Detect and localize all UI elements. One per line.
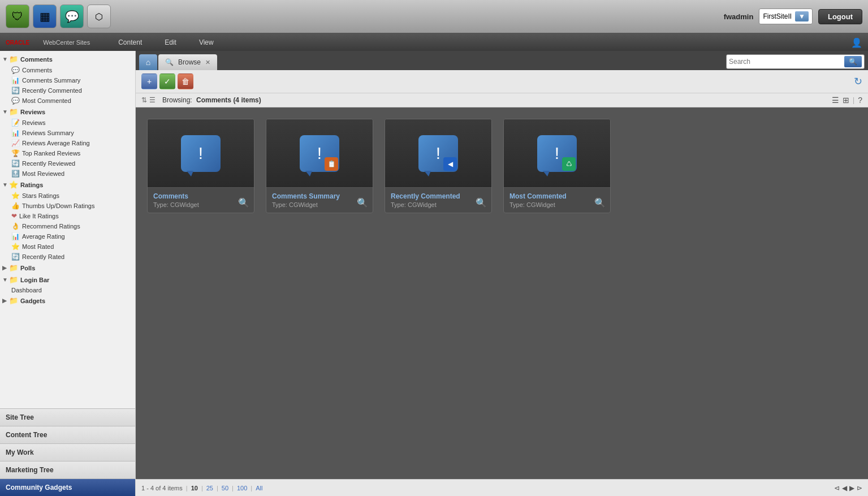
- recently-commented-widget-icon: ! ◀: [418, 135, 458, 172]
- approve-button[interactable]: ✓: [159, 74, 175, 89]
- sidebar-item-top-ranked-label: Top Ranked Reviews: [22, 150, 80, 157]
- menu-view[interactable]: View: [193, 36, 219, 49]
- menu-edit[interactable]: Edit: [159, 36, 182, 49]
- widget-most-commented-search-icon[interactable]: 🔍: [594, 197, 606, 208]
- sidebar-item-most-reviewed[interactable]: 🔝 Most Reviewed: [9, 169, 135, 179]
- footer-page-size-25[interactable]: 25: [206, 485, 213, 491]
- marketing-tree-panel[interactable]: Marketing Tree: [0, 461, 135, 478]
- sidebar-item-comments-summary[interactable]: 📊 Comments Summary: [9, 75, 135, 85]
- site-dropdown-arrow[interactable]: ▼: [795, 11, 809, 21]
- comments-widget-icon: !: [181, 135, 221, 172]
- widget-comments-summary-search-icon[interactable]: 🔍: [357, 197, 368, 208]
- reviews-icon: 📝: [11, 119, 20, 127]
- sidebar-item-like-ratings-label: Like It Ratings: [19, 213, 59, 219]
- browse-tab-close[interactable]: ✕: [205, 59, 210, 66]
- widget-card-comments-summary[interactable]: ! 📋 🔍 Comments Summary Type: CGWidget: [266, 119, 373, 213]
- collapse-comments-icon: ▼: [2, 56, 8, 62]
- my-work-panel[interactable]: My Work: [0, 443, 135, 461]
- login-children: Dashboard: [0, 286, 135, 295]
- content-tree-panel[interactable]: Content Tree: [0, 426, 135, 443]
- sidebar-item-most-rated[interactable]: ⭐ Most Rated: [9, 241, 135, 252]
- sidebar-group-gadgets[interactable]: ▶ 📁 Gadgets: [0, 295, 135, 307]
- browse-tab[interactable]: 🔍 Browse ✕: [158, 54, 217, 70]
- footer-page-size-100[interactable]: 100: [237, 485, 247, 491]
- sidebar-item-stars-ratings[interactable]: ⭐ Stars Ratings: [9, 191, 135, 201]
- sidebar-item-recently-commented[interactable]: 🔄 Recently Commented: [9, 85, 135, 96]
- widget-comments-search-icon[interactable]: 🔍: [238, 197, 249, 208]
- sidebar-item-reviews-summary-label: Reviews Summary: [22, 130, 74, 136]
- footer-first-page[interactable]: ⊲: [834, 484, 840, 492]
- sidebar-group-comments[interactable]: ▼ 📁 Comments: [0, 53, 135, 65]
- community-gadgets-panel[interactable]: Community Gadgets: [0, 478, 135, 496]
- footer-prev-page[interactable]: ◀: [842, 484, 847, 492]
- grid-view-button[interactable]: ⊞: [843, 96, 849, 105]
- widget-card-recently-commented-img: ! ◀: [385, 119, 491, 187]
- menu-bar: ORACLE WebCenter Sites Content Edit View…: [0, 34, 868, 51]
- site-tree-panel[interactable]: Site Tree: [0, 408, 135, 426]
- browse-filter-icon[interactable]: ☰: [149, 96, 156, 104]
- sidebar-item-reviews[interactable]: 📝 Reviews: [9, 118, 135, 128]
- footer-last-page[interactable]: ⊳: [857, 484, 862, 492]
- footer-next-page[interactable]: ▶: [849, 484, 854, 492]
- sidebar-group-polls[interactable]: ▶ 📁 Polls: [0, 262, 135, 274]
- toolbar-right: fwadmin FirstSiteII ▼ Logout: [724, 8, 862, 24]
- sidebar-group-reviews[interactable]: ▼ 📁 Reviews: [0, 106, 135, 118]
- widget-card-recently-commented[interactable]: ! ◀ 🔍 Recently Commented Type: CGWidget: [385, 119, 492, 213]
- help-button[interactable]: ?: [858, 96, 862, 105]
- widget-comments-name: Comments: [153, 192, 248, 200]
- menu-content[interactable]: Content: [113, 36, 148, 49]
- footer-page-size-10[interactable]: 10: [191, 485, 198, 491]
- site-selector[interactable]: FirstSiteII ▼: [759, 8, 813, 24]
- sidebar-group-comments-label: Comments: [20, 56, 53, 63]
- browse-tab-label: Browse: [178, 58, 201, 66]
- sidebar-item-top-ranked[interactable]: 🏆 Top Ranked Reviews: [9, 148, 135, 158]
- user-avatar-icon: 👤: [851, 38, 862, 48]
- dots-icon[interactable]: ⬡: [87, 5, 111, 28]
- home-tab[interactable]: ⌂: [139, 54, 157, 70]
- sidebar-item-reviews-summary[interactable]: 📊 Reviews Summary: [9, 128, 135, 138]
- footer-sep3: |: [217, 485, 218, 491]
- widget-card-most-commented[interactable]: ! ♺ 🔍 Most Commented Type: CGWidget: [503, 119, 611, 213]
- chat-icon[interactable]: 💬: [60, 5, 84, 28]
- sidebar-item-comments-label: Comments: [22, 67, 52, 74]
- site-value: FirstSiteII: [763, 12, 792, 20]
- reviews-children: 📝 Reviews 📊 Reviews Summary 📈 Reviews Av…: [0, 118, 135, 179]
- sidebar-item-recently-rated[interactable]: 🔄 Recently Rated: [9, 252, 135, 262]
- sidebar-item-reviews-avg-rating[interactable]: 📈 Reviews Average Rating: [9, 138, 135, 148]
- grid-icon[interactable]: ▦: [33, 5, 57, 28]
- sidebar-group-ratings[interactable]: ▼ ⭐ Ratings: [0, 179, 135, 191]
- sidebar-item-like-ratings[interactable]: ❤ Like It Ratings: [9, 211, 135, 221]
- menu-right: 👤: [851, 37, 862, 48]
- footer-page-size-all[interactable]: All: [256, 485, 262, 491]
- sidebar-item-thumbs-ratings[interactable]: 👍 Thumbs Up/Down Ratings: [9, 201, 135, 211]
- logout-button[interactable]: Logout: [818, 9, 862, 24]
- widget-card-comments[interactable]: ! 🔍 Comments Type: CGWidget: [147, 119, 254, 213]
- oracle-logo: ORACLE: [6, 40, 29, 46]
- delete-button[interactable]: 🗑: [178, 74, 193, 89]
- sidebar-group-gadgets-label: Gadgets: [20, 297, 45, 304]
- view-sep: |: [853, 96, 854, 104]
- list-view-button[interactable]: ☰: [832, 96, 839, 105]
- sidebar-item-comments[interactable]: 💬 Comments: [9, 65, 135, 75]
- collapse-ratings-icon: ▼: [2, 182, 8, 188]
- sidebar-group-login-bar[interactable]: ▼ 📁 Login Bar: [0, 274, 135, 286]
- gadgets-folder-icon: 📁: [9, 296, 18, 305]
- search-input[interactable]: [729, 58, 842, 66]
- sidebar-item-recently-reviewed[interactable]: 🔄 Recently Reviewed: [9, 158, 135, 169]
- add-button[interactable]: +: [141, 74, 157, 89]
- sidebar-item-average-rating-label: Average Rating: [22, 233, 65, 240]
- sidebar-item-recommend-ratings[interactable]: 👌 Recommend Ratings: [9, 221, 135, 231]
- sidebar-item-average-rating[interactable]: 📊 Average Rating: [9, 231, 135, 241]
- widget-card-most-commented-img: ! ♺: [504, 119, 610, 187]
- browse-sort-icon[interactable]: ⇅: [141, 96, 147, 104]
- search-button[interactable]: 🔍: [844, 56, 862, 67]
- sidebar-tree: ▼ 📁 Comments 💬 Comments 📊 Comments Summa…: [0, 51, 135, 408]
- shield-icon[interactable]: 🛡: [6, 5, 29, 28]
- refresh-button[interactable]: ↻: [854, 75, 862, 88]
- widget-recently-commented-search-icon[interactable]: 🔍: [476, 197, 487, 208]
- sidebar-item-dashboard[interactable]: Dashboard: [9, 286, 135, 295]
- most-commented-icon-symbol: !: [555, 144, 559, 163]
- sidebar-item-most-commented[interactable]: 💬 Most Commented: [9, 96, 135, 106]
- footer-page-size-50[interactable]: 50: [222, 485, 228, 491]
- main-layout: ▼ 📁 Comments 💬 Comments 📊 Comments Summa…: [0, 51, 868, 496]
